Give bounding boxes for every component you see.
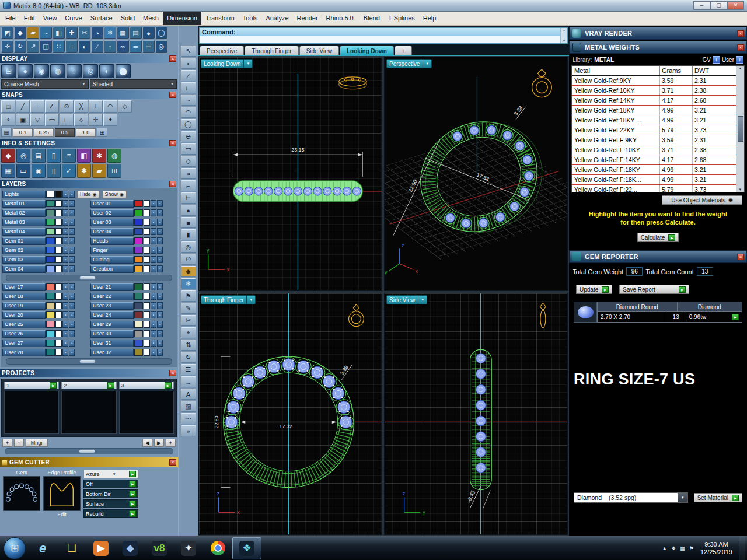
osnap-snap-icon[interactable]: ✛ <box>89 114 103 126</box>
layer-lock-icon[interactable]: ▪ <box>151 219 156 226</box>
layer-name-button[interactable]: User 20 <box>2 312 46 319</box>
xray-mode-icon[interactable]: ◌ <box>67 64 82 78</box>
projects-scrollbar[interactable] <box>5 448 173 454</box>
layer-bulb-icon[interactable]: ▪ <box>69 265 75 272</box>
layer-row[interactable]: Gem 02 ▪ ▪ <box>1 246 89 255</box>
layer-name-button[interactable]: Metal 04 <box>2 228 46 236</box>
layer-name-button[interactable]: Heads <box>90 237 134 245</box>
looking-down-canvas[interactable]: 23.15 y x <box>199 57 382 290</box>
page-settings-icon[interactable]: ▯ <box>47 164 61 178</box>
palette-icon[interactable]: ◧ <box>77 149 91 163</box>
through-finger-canvas[interactable]: 22.50 17.32 3.38 <box>199 293 382 534</box>
fillet-icon[interactable]: ⌐ <box>181 180 196 191</box>
layer-name-button[interactable]: User 32 <box>90 349 134 356</box>
layer-name-button[interactable]: User 29 <box>90 321 134 328</box>
layer-color-swatch[interactable] <box>46 219 55 226</box>
history-tool-icon[interactable]: ☰ <box>142 40 155 52</box>
gv-toggle[interactable]: I <box>713 56 720 64</box>
pen-mode-icon[interactable]: ⬤ <box>116 64 131 78</box>
mirror-tool-icon[interactable]: ◫ <box>40 40 52 52</box>
layer-name-button[interactable]: User 19 <box>2 302 46 310</box>
snap-spacing-icon[interactable]: ▦ <box>1 128 12 137</box>
more-icon[interactable]: » <box>181 425 196 436</box>
layer-material-swatch[interactable] <box>55 237 62 244</box>
viewport-tab[interactable]: Side View <box>299 46 339 55</box>
project-load-icon[interactable]: ▶ <box>50 382 57 388</box>
layer-lock-icon[interactable]: ▪ <box>62 237 68 244</box>
layer-row[interactable]: User 27 ▪ ▪ <box>1 338 89 348</box>
layer-material-swatch[interactable] <box>55 256 62 263</box>
tangent-snap-icon[interactable]: ◠ <box>103 100 117 113</box>
viewport-perspective[interactable]: Perspective ▼ <box>384 57 568 291</box>
metal-table-row[interactable]: Yellow Gold-Ref F:14KY 4.17 2.68 <box>572 155 736 165</box>
viewport-looking-down[interactable]: Looking Down ▼ <box>198 57 382 291</box>
layer-name-button[interactable]: User 25 <box>2 321 46 328</box>
layer-lock-icon[interactable]: ▪ <box>151 247 156 254</box>
hide-button[interactable]: Hide ◉ <box>77 191 100 198</box>
layer-row[interactable]: User 30 ▪ ▪ <box>89 329 177 338</box>
layer-lock-icon[interactable]: ▪ <box>62 191 68 198</box>
layer-lock-icon[interactable]: ▪ <box>151 256 156 263</box>
layer-color-swatch[interactable] <box>46 200 55 207</box>
layer-row[interactable]: User 28 ▪ ▪ <box>1 348 89 357</box>
layer-lock-icon[interactable]: ▪ <box>62 219 68 226</box>
sweep-tool-icon[interactable]: ∞ <box>117 40 129 52</box>
close-icon[interactable]: × <box>737 30 744 37</box>
gem-thumbnail[interactable] <box>574 302 597 323</box>
layer-bulb-icon[interactable]: ▪ <box>157 265 163 272</box>
scrollbar-handle[interactable] <box>79 359 96 363</box>
ortho-snap-icon[interactable]: ∟ <box>60 114 74 126</box>
grid-settings-icon[interactable]: ▦ <box>1 164 15 178</box>
circle-icon[interactable]: ◯ <box>181 119 196 130</box>
layer-row[interactable]: Metal 03 ▪ ▪ <box>1 218 89 227</box>
layer-row[interactable]: User 01 ▪ ▪ <box>89 199 177 208</box>
mid-snap-icon[interactable]: ∠ <box>45 100 59 113</box>
layer-material-swatch[interactable] <box>144 293 150 300</box>
curve-tool-icon[interactable]: ~ <box>40 27 52 39</box>
viewport-tab[interactable]: Through Finger <box>245 46 298 55</box>
move-tool-icon[interactable]: ✛ <box>1 40 13 52</box>
layer-color-swatch[interactable] <box>134 219 143 226</box>
v8-app-icon[interactable]: v8 <box>145 537 174 559</box>
viewport-label-dropdown[interactable]: Side View ▼ <box>386 295 427 304</box>
menu-transform[interactable]: Transform <box>201 12 239 25</box>
layer-bulb-icon[interactable]: ▪ <box>69 256 75 263</box>
layer-material-swatch[interactable] <box>55 312 62 318</box>
surface-tool-icon[interactable]: ◧ <box>53 27 65 39</box>
layer-bulb-icon[interactable]: ▪ <box>157 340 163 346</box>
layer-lock-icon[interactable]: ▪ <box>151 293 156 300</box>
layer-lock-icon[interactable]: ▪ <box>151 312 156 318</box>
refresh-icon[interactable]: ↻ <box>181 352 196 363</box>
calculate-button[interactable]: Calculate ▶ <box>637 233 679 242</box>
layer-lock-icon[interactable]: ▪ <box>62 312 68 318</box>
project-load-icon[interactable]: ▶ <box>165 382 172 388</box>
layer-color-swatch[interactable] <box>46 247 55 254</box>
layer-material-swatch[interactable] <box>144 209 150 216</box>
apply-arrow-icon[interactable]: ▶ <box>129 491 136 497</box>
minimize-button[interactable]: – <box>693 1 710 10</box>
scrollbar-thumb[interactable] <box>738 116 743 142</box>
layer-lock-icon[interactable]: ▪ <box>62 200 68 207</box>
extend-icon[interactable]: ⊢ <box>181 192 196 204</box>
gear-icon[interactable]: ✱ <box>77 164 91 178</box>
circle-tool-icon[interactable]: ◯ <box>155 27 167 39</box>
layer-material-swatch[interactable] <box>55 265 62 272</box>
layer-lock-icon[interactable]: ▪ <box>151 349 156 356</box>
layer-row[interactable]: Metal 01 ▪ ▪ <box>1 199 89 208</box>
layer-name-button[interactable]: Metal 03 <box>2 219 46 226</box>
torus-icon[interactable]: ◎ <box>181 242 196 253</box>
project-thumbnail[interactable] <box>61 391 116 434</box>
layer-color-swatch[interactable] <box>134 200 143 207</box>
vertex-snap-icon[interactable]: ▣ <box>16 114 30 126</box>
project-load-icon[interactable]: ▶ <box>107 382 114 388</box>
gem-row-arrow-icon[interactable]: ▶ <box>732 314 739 320</box>
layer-material-swatch[interactable] <box>144 330 150 337</box>
profile-tool-icon[interactable]: ◔ <box>91 27 103 39</box>
close-button[interactable]: ✕ <box>727 1 744 10</box>
layer-lock-icon[interactable]: ▪ <box>62 284 68 290</box>
metal-table-row[interactable]: Yellow Gold-Ref F:18K... 4.99 3.21 <box>572 175 736 185</box>
gc-rebuild-option[interactable]: Rebuild ▼ ▶ <box>83 509 138 518</box>
document-icon[interactable]: ▯ <box>47 149 61 163</box>
cylinder-icon[interactable]: ▮ <box>181 229 196 240</box>
near-snap-icon[interactable]: ╱ <box>16 100 30 113</box>
